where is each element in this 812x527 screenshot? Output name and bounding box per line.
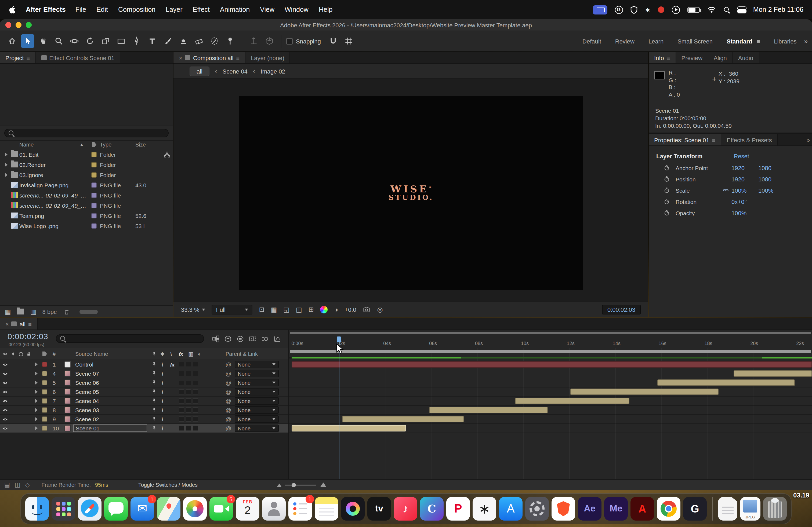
draft-3d-icon[interactable]	[223, 334, 233, 344]
source-name-column[interactable]: Source Name	[73, 351, 147, 357]
visibility-eye-icon[interactable]	[0, 396, 10, 405]
solo-cell[interactable]	[17, 388, 25, 396]
raycast-icon[interactable]	[645, 6, 651, 14]
property-value[interactable]: 1920	[731, 165, 758, 171]
calendar-dock-icon[interactable]: FEB2	[236, 497, 259, 521]
shy-icon[interactable]	[150, 425, 157, 432]
tab-effects-presets[interactable]: Effects & Presets	[721, 134, 778, 146]
rotation-tool[interactable]	[83, 34, 97, 48]
freeform-dock-icon[interactable]	[341, 497, 365, 521]
disclosure-icon[interactable]	[35, 399, 37, 403]
playhead[interactable]	[338, 336, 339, 479]
switch-cell[interactable]	[179, 371, 184, 376]
switch-cell[interactable]	[186, 389, 191, 394]
close-tab-icon[interactable]: ×	[5, 321, 9, 327]
menu-edit[interactable]: Edit	[97, 6, 108, 13]
notes-dock-icon[interactable]	[315, 497, 338, 521]
exposure-value[interactable]: +0.0	[345, 306, 356, 313]
messages-dock-icon[interactable]	[104, 497, 128, 521]
viewer-timecode[interactable]: 0:00:02:03	[602, 304, 641, 314]
column-name[interactable]: Name▲	[19, 142, 88, 148]
panel-menu-icon[interactable]: ≡	[667, 55, 670, 61]
switch-cell[interactable]	[186, 362, 191, 367]
tab-audio[interactable]: Audio	[733, 52, 759, 63]
tab-properties[interactable]: Properties: Scene 01≡	[649, 134, 721, 146]
close-window-button[interactable]	[5, 22, 11, 28]
switch-cell[interactable]	[179, 407, 184, 413]
audio-cell[interactable]	[10, 396, 17, 405]
appstore-dock-icon[interactable]: A	[499, 497, 523, 521]
workspace-small-screen[interactable]: Small Screen	[678, 38, 713, 44]
time-ruler[interactable]: 0:00s02s04s06s08s10s12s14s16s18s20s22s	[289, 336, 812, 348]
show-snapshot-icon[interactable]: ◎	[377, 306, 383, 313]
shy-icon[interactable]	[150, 398, 157, 404]
property-value[interactable]: 1080	[758, 165, 785, 171]
switch-cell[interactable]	[193, 425, 198, 431]
pickwhip-icon[interactable]: @	[226, 389, 231, 395]
canva-dock-icon[interactable]: C	[420, 497, 444, 521]
pickwhip-icon[interactable]: @	[226, 379, 231, 386]
layer-label-chip[interactable]	[42, 398, 47, 404]
layer-row[interactable]: 9Scene 02\@None	[0, 415, 288, 424]
property-row[interactable]: Scale100%100%	[649, 185, 812, 196]
guides-icon[interactable]: ◫	[296, 306, 302, 313]
solo-cell[interactable]	[17, 360, 25, 369]
quality-icon[interactable]: \	[159, 425, 166, 432]
property-value[interactable]: 0x+0°	[731, 198, 758, 205]
layer-row[interactable]: 7Scene 04\@None	[0, 396, 288, 406]
visibility-eye-icon[interactable]	[0, 378, 10, 387]
project-row[interactable]: Wise Logo .pngPNG file53 I	[0, 221, 173, 231]
composition-settings-icon[interactable]: ◫	[15, 481, 20, 488]
label-color-chip[interactable]	[91, 172, 97, 177]
switch-cell[interactable]	[186, 380, 191, 385]
panel-menu-icon[interactable]: ≡	[236, 55, 240, 61]
fx-badge[interactable]: fx	[168, 361, 177, 367]
battery-icon[interactable]	[688, 7, 700, 13]
motion-blur-icon[interactable]	[260, 334, 270, 344]
parent-dropdown[interactable]: None	[234, 416, 278, 423]
audio-cell[interactable]	[10, 369, 17, 378]
frame-blending-icon[interactable]	[248, 334, 257, 344]
lock-cell[interactable]	[25, 396, 32, 405]
apple-menu-icon[interactable]	[9, 5, 16, 14]
quality-icon[interactable]: \	[159, 379, 166, 386]
hide-shy-layers-icon[interactable]	[235, 334, 245, 344]
project-row[interactable]: 03.IgnoreFolder	[0, 169, 173, 180]
tab-align[interactable]: Align	[708, 52, 733, 63]
disclosure-cell[interactable]	[32, 424, 40, 433]
label-chip-cell[interactable]	[40, 360, 49, 369]
shy-icon[interactable]	[150, 370, 157, 377]
layer-name[interactable]: Scene 04	[73, 398, 147, 404]
workspace-standard[interactable]: Standard	[727, 38, 752, 44]
audio-cell[interactable]	[10, 360, 17, 369]
menu-help[interactable]: Help	[319, 6, 332, 13]
switch-cell[interactable]	[193, 407, 198, 413]
graph-editor-icon[interactable]	[272, 334, 282, 344]
lock-cell[interactable]	[25, 406, 32, 414]
video-column-icon[interactable]	[0, 348, 10, 360]
switch-cell[interactable]	[186, 371, 191, 376]
layer-label-chip[interactable]	[42, 407, 47, 413]
snapping-checkbox[interactable]	[286, 38, 293, 44]
roto-brush-tool[interactable]	[208, 34, 221, 48]
layer-duration-bar[interactable]	[734, 370, 812, 377]
zoom-level-dropdown[interactable]: 33.3 %	[181, 306, 205, 313]
shy-icon[interactable]	[150, 379, 157, 386]
active-app-name[interactable]: After Effects	[26, 6, 66, 13]
column-label[interactable]	[88, 142, 100, 147]
lock-cell[interactable]	[25, 388, 32, 396]
current-timecode[interactable]: 0:00:02:03	[8, 332, 48, 341]
snap-grid-icon[interactable]	[342, 34, 355, 48]
disclosure-cell[interactable]	[32, 388, 40, 396]
layer-name[interactable]: Scene 01	[73, 424, 147, 432]
layer-duration-bar[interactable]	[292, 425, 406, 432]
quality-column-icon[interactable]: \	[168, 351, 175, 357]
lock-cell[interactable]	[25, 378, 32, 387]
selection-tool[interactable]	[21, 34, 34, 48]
control-center-icon[interactable]	[738, 6, 746, 13]
layer-duration-bar[interactable]	[292, 361, 812, 367]
disclosure-icon[interactable]	[35, 408, 37, 412]
switch-cell[interactable]	[186, 398, 191, 404]
zoom-window-button[interactable]	[26, 22, 32, 28]
finder-dock-icon[interactable]	[25, 497, 49, 521]
